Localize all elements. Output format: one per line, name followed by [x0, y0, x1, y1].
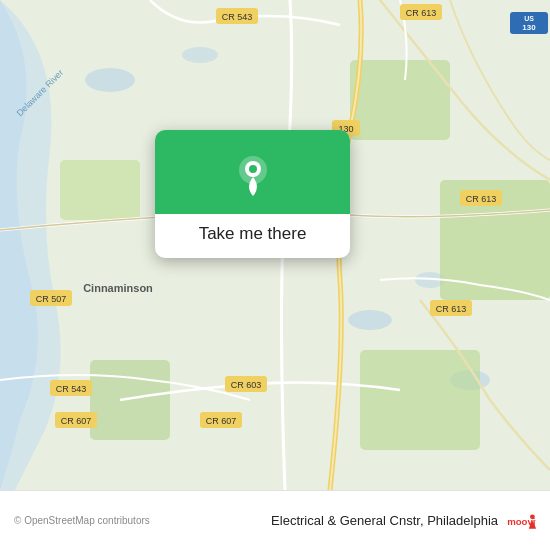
svg-text:CR 607: CR 607 — [61, 416, 92, 426]
svg-text:CR 613: CR 613 — [466, 194, 497, 204]
svg-text:CR 507: CR 507 — [36, 294, 67, 304]
svg-rect-9 — [360, 350, 480, 450]
svg-point-2 — [182, 47, 218, 63]
svg-rect-10 — [90, 360, 170, 440]
map-attribution: © OpenStreetMap contributors — [14, 515, 263, 526]
popup-header — [155, 130, 350, 214]
svg-text:Cinnaminson: Cinnaminson — [83, 282, 153, 294]
moovit-logo: moovit — [506, 506, 536, 536]
svg-text:US: US — [524, 15, 534, 22]
svg-point-40 — [530, 514, 535, 519]
svg-text:CR 607: CR 607 — [206, 416, 237, 426]
svg-point-1 — [85, 68, 135, 92]
location-pin-icon — [231, 152, 275, 196]
svg-text:CR 543: CR 543 — [222, 12, 253, 22]
svg-text:CR 543: CR 543 — [56, 384, 87, 394]
location-popup[interactable]: Take me there — [155, 130, 350, 258]
take-me-there-button[interactable]: Take me there — [183, 214, 323, 258]
svg-point-38 — [249, 165, 257, 173]
svg-text:130: 130 — [522, 23, 536, 32]
svg-text:CR 613: CR 613 — [406, 8, 437, 18]
svg-rect-6 — [60, 160, 140, 220]
bottom-bar: © OpenStreetMap contributors Electrical … — [0, 490, 550, 550]
svg-rect-7 — [350, 60, 450, 140]
map-view: CR 543 CR 613 US 130 130 CR 613 CR 613 C… — [0, 0, 550, 490]
svg-text:CR 613: CR 613 — [436, 304, 467, 314]
svg-text:CR 603: CR 603 — [231, 380, 262, 390]
moovit-icon: moovit — [506, 506, 536, 536]
svg-point-3 — [348, 310, 392, 330]
location-label: Electrical & General Cnstr, Philadelphia — [271, 513, 498, 528]
